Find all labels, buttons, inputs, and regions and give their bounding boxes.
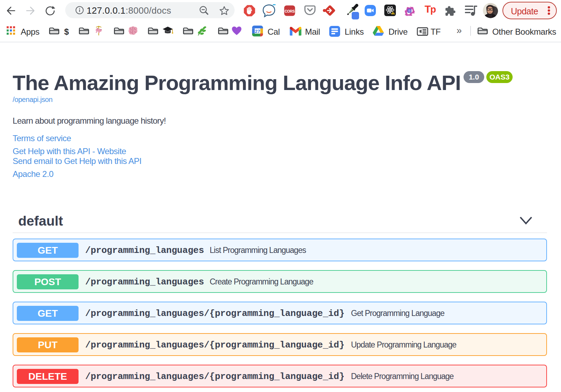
svg-text:CORS: CORS <box>285 9 295 13</box>
svg-text:27: 27 <box>255 29 260 34</box>
